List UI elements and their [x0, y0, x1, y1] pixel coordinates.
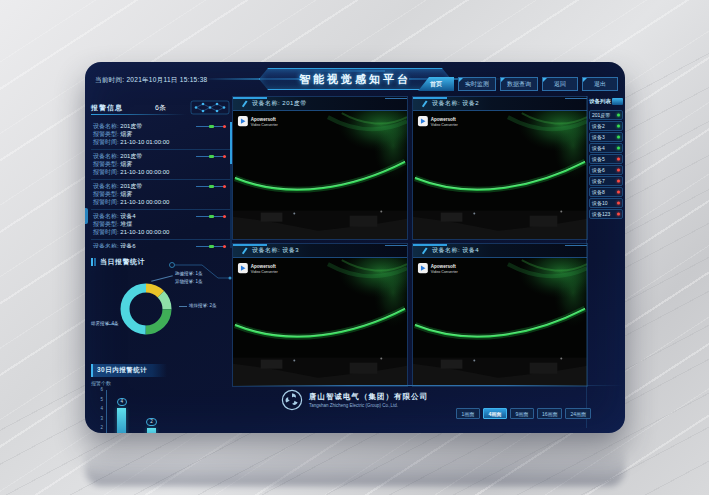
screen-9-button[interactable]: 9画面	[510, 408, 534, 419]
alarm-count-badge: 6条	[155, 103, 166, 113]
current-time: 当前时间: 2021年10月11日 15:15:38	[95, 76, 207, 85]
video-panel-header: 设备名称: 设备4	[413, 244, 587, 258]
bar-column: 4	[107, 390, 137, 433]
alarm-list: 设备名称: 201皮带 报警类型: 烟雾 报警时间: 21-10-10 01:0…	[91, 120, 232, 248]
slash-icon	[422, 100, 427, 107]
bar-chart-ylabel: 报警个数	[91, 380, 111, 386]
screen-1-button[interactable]: 1画面	[456, 408, 480, 419]
device-list-title: 设备列表	[589, 98, 611, 105]
bar	[117, 408, 126, 433]
red-marker	[223, 215, 227, 219]
video-panel-title: 设备名称: 设备3	[252, 246, 299, 255]
alarm-trend-indicator	[196, 244, 226, 248]
alarm-device-name: 201皮带	[120, 123, 142, 129]
status-dot	[617, 157, 620, 160]
alarm-type: 堆煤	[120, 221, 132, 227]
section-bullet-icon	[91, 258, 93, 266]
alarm-item[interactable]: 设备名称: 201皮带 报警类型: 烟雾 报警时间: 21-10-10 00:0…	[91, 150, 232, 180]
device-item[interactable]: 设备123	[589, 209, 623, 219]
status-dot	[617, 179, 620, 182]
video-feed[interactable]	[413, 111, 587, 239]
screen-24-button[interactable]: 24画面	[565, 408, 591, 419]
dashboard-reflection	[85, 434, 625, 486]
video-panel-4[interactable]: 设备名称: 设备4	[412, 243, 588, 387]
device-item[interactable]: 设备3	[589, 132, 623, 142]
bar-column: 0	[167, 390, 197, 433]
monthly-bar-chart: 报警个数 65 43 21 0 4 2	[91, 380, 232, 433]
status-dot	[617, 190, 620, 193]
bar	[147, 428, 156, 433]
alarm-time: 21-10-10 01:00:00	[120, 139, 169, 145]
device-item[interactable]: 设备7	[589, 176, 623, 186]
alarm-trend-indicator	[196, 124, 226, 129]
alarm-item[interactable]: 设备名称: 201皮带 报警类型: 烟雾 报警时间: 21-10-10 01:0…	[91, 120, 232, 150]
alarm-item[interactable]: 设备名称: 201皮带 报警类型: 烟雾 报警时间: 21-10-10 00:0…	[91, 180, 232, 210]
video-panel-3[interactable]: 设备名称: 设备3	[232, 243, 408, 387]
red-marker	[223, 125, 227, 129]
video-feed[interactable]	[233, 111, 407, 239]
device-item[interactable]: 设备4	[589, 143, 623, 153]
device-list-tab[interactable]	[612, 98, 623, 105]
left-edge-tab	[85, 208, 88, 224]
video-feed[interactable]	[413, 258, 587, 386]
status-dot	[617, 135, 620, 138]
top-nav: 首页 实时监测 数据查询 返回 退出	[418, 77, 618, 91]
alarm-item[interactable]: 设备名称: 设备4 报警类型: 堆煤 报警时间: 21-10-10 00:00:…	[91, 210, 232, 240]
alarm-trend-indicator	[196, 184, 226, 189]
nav-realtime-button[interactable]: 实时监测	[458, 77, 496, 91]
slash-icon	[422, 247, 427, 254]
donut-label-slice3: 堆煤报警: 2条	[189, 303, 217, 308]
company-name-cn: 唐山智诚电气（集团）有限公司	[309, 392, 428, 402]
alarm-time: 21-10-10 00:00:00	[120, 229, 169, 235]
alarm-device-name: 设备4	[120, 213, 135, 219]
video-panel-header: 设备名称: 设备2	[413, 97, 587, 111]
status-dot	[617, 124, 620, 127]
status-dot	[617, 201, 620, 204]
device-item[interactable]: 设备6	[589, 165, 623, 175]
video-panel-title: 设备名称: 设备4	[432, 246, 479, 255]
nav-exit-button[interactable]: 退出	[582, 77, 618, 91]
device-list-header: 设备列表	[589, 96, 623, 106]
alarm-trend-indicator	[196, 154, 226, 159]
screen-16-button[interactable]: 16画面	[537, 408, 563, 419]
nav-home-button[interactable]: 首页	[418, 77, 454, 91]
bar-chart-yticks: 65 43 21 0	[93, 387, 103, 433]
alarm-device-name: 设备6	[120, 243, 135, 248]
red-marker	[223, 245, 227, 249]
video-feed[interactable]	[233, 258, 407, 386]
status-dot	[617, 212, 620, 215]
alarm-item[interactable]: 设备名称: 设备6 报警类型: 跑偏 报警时间: 21-10-10 00:00:…	[91, 240, 232, 248]
nav-back-button[interactable]: 返回	[542, 77, 578, 91]
video-panel-1[interactable]: 设备名称: 201皮带	[232, 96, 408, 240]
network-nodes-icon	[190, 100, 230, 115]
page-title: 智能视觉感知平台	[299, 72, 411, 87]
slash-icon	[242, 247, 247, 254]
device-item[interactable]: 设备5	[589, 154, 623, 164]
nav-data-query-button[interactable]: 数据查询	[500, 77, 538, 91]
leader-line	[179, 306, 187, 307]
alarm-panel-title: 报警信息	[91, 103, 123, 113]
device-item[interactable]: 设备10	[589, 198, 623, 208]
screen-4-button[interactable]: 4画面	[483, 408, 507, 419]
footer-divider	[231, 385, 623, 386]
alarm-device-name: 201皮带	[120, 183, 142, 189]
device-item[interactable]: 设备2	[589, 121, 623, 131]
bar-column: 0	[196, 390, 226, 433]
device-item[interactable]: 设备8	[589, 187, 623, 197]
donut-label-slice2: 异物报警: 1条	[175, 279, 203, 284]
alarm-device-name: 201皮带	[120, 153, 142, 159]
alarm-trend-indicator	[196, 214, 226, 219]
status-dot	[617, 113, 620, 116]
device-item[interactable]: 201皮带	[589, 110, 623, 120]
left-panel: 报警信息 6条 设备名称: 201皮带 报警类型: 烟雾	[91, 100, 232, 426]
daily-stats-header: 当日报警统计	[91, 256, 232, 268]
slash-icon	[242, 100, 247, 107]
bar-column: 2	[137, 390, 167, 433]
bar-value: 2	[146, 418, 157, 426]
company-block: 唐山智诚电气（集团）有限公司 Tangshan Zhicheng Electri…	[281, 389, 428, 411]
green-marker	[209, 155, 214, 158]
video-panel-header: 设备名称: 设备3	[233, 244, 407, 258]
monthly-stats-title: 30日内报警统计	[93, 366, 147, 375]
video-panel-2[interactable]: 设备名称: 设备2	[412, 96, 588, 240]
green-marker	[209, 215, 214, 218]
